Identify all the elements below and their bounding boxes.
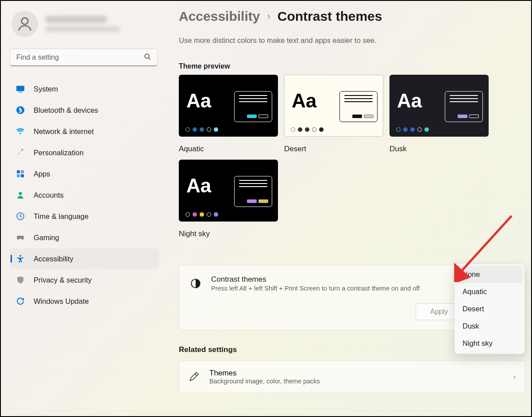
nav-privacy[interactable]: Privacy & security [10, 270, 159, 290]
card-title: Contrast themes [211, 275, 420, 284]
svg-point-0 [22, 18, 28, 24]
chevron-right-icon: › [267, 11, 270, 22]
apps-icon [16, 169, 25, 178]
nav-label: Personalization [34, 149, 84, 157]
search-icon [144, 53, 151, 62]
nav-list: System Bluetooth & devices Network & int… [10, 79, 159, 311]
update-icon [16, 297, 25, 306]
nav-time-language[interactable]: Time & language [10, 206, 159, 226]
card-desc: Press left Alt + left Shift + Print Scre… [211, 285, 420, 292]
person-icon [16, 191, 25, 199]
theme-aquatic[interactable]: Aa Aquatic [179, 75, 278, 153]
theme-dusk[interactable]: Aa Dusk [389, 75, 489, 153]
nav-bluetooth[interactable]: Bluetooth & devices [10, 100, 159, 120]
theme-desert[interactable]: Aa Desert [284, 75, 383, 153]
theme-name: Night sky [179, 230, 278, 238]
dropdown-option-none[interactable]: None [456, 266, 523, 283]
contrast-icon [190, 278, 201, 289]
monitor-icon [16, 84, 25, 93]
nav-windows-update[interactable]: Windows Update [10, 291, 159, 311]
theme-name: Dusk [389, 145, 489, 153]
contrast-theme-dropdown[interactable]: None Aquatic Desert Dusk Night sky [454, 264, 525, 354]
nav-network[interactable]: Network & internet [10, 121, 159, 142]
breadcrumb-parent[interactable]: Accessibility [179, 9, 260, 24]
related-title: Themes [209, 369, 320, 378]
search-input[interactable] [16, 54, 140, 61]
nav-label: Accounts [34, 191, 64, 199]
nav-system[interactable]: System [10, 79, 159, 99]
svg-rect-7 [21, 170, 24, 173]
nav-accounts[interactable]: Accounts [10, 185, 159, 205]
svg-rect-9 [21, 174, 24, 177]
search-box[interactable] [10, 49, 158, 66]
gamepad-icon [16, 233, 25, 242]
nav-label: Accessibility [34, 255, 73, 263]
svg-point-10 [19, 192, 22, 195]
pen-icon [188, 371, 200, 383]
related-desc: Background image, color, theme packs [209, 378, 320, 385]
page-title: Contrast themes [278, 9, 382, 24]
related-themes-link[interactable]: Themes Background image, color, theme pa… [179, 360, 525, 393]
theme-name: Desert [284, 145, 383, 153]
breadcrumb: Accessibility › Contrast themes [179, 9, 525, 24]
svg-rect-3 [19, 92, 22, 93]
wifi-icon [16, 127, 25, 136]
accessibility-icon [16, 254, 25, 263]
svg-point-12 [19, 255, 21, 257]
theme-night-sky[interactable]: Aa Night sky [179, 160, 278, 238]
svg-rect-8 [17, 174, 20, 177]
nav-label: Time & language [34, 212, 89, 221]
nav-label: Bluetooth & devices [34, 106, 98, 115]
nav-label: Windows Update [34, 297, 89, 306]
nav-label: Network & internet [34, 127, 94, 136]
user-profile[interactable] [12, 11, 159, 37]
theme-preview-grid: Aa Aquatic Aa [179, 75, 525, 238]
nav-personalization[interactable]: Personalization [10, 142, 159, 163]
bluetooth-icon [16, 106, 25, 115]
nav-accessibility[interactable]: Accessibility [10, 249, 159, 269]
page-subtitle: Use more distinct colors to make text an… [179, 36, 525, 45]
nav-label: Privacy & security [34, 276, 92, 284]
clock-globe-icon [16, 212, 25, 221]
nav-gaming[interactable]: Gaming [10, 227, 159, 248]
dropdown-option-desert[interactable]: Desert [456, 300, 523, 318]
shield-icon [16, 275, 25, 284]
svg-rect-6 [17, 170, 20, 173]
svg-point-1 [145, 54, 149, 58]
dropdown-option-aquatic[interactable]: Aquatic [456, 283, 523, 300]
nav-label: Apps [34, 170, 50, 178]
dropdown-option-night-sky[interactable]: Night sky [456, 335, 523, 352]
nav-apps[interactable]: Apps [10, 164, 159, 184]
nav-label: System [34, 85, 58, 93]
nav-label: Gaming [34, 233, 59, 242]
paintbrush-icon [16, 148, 25, 157]
chevron-right-icon: › [513, 373, 516, 381]
profile-name-blurred [45, 16, 107, 23]
profile-email-blurred [45, 27, 120, 32]
svg-rect-2 [16, 86, 24, 91]
theme-name: Aquatic [179, 145, 278, 153]
dropdown-option-dusk[interactable]: Dusk [456, 318, 523, 335]
avatar [12, 11, 38, 37]
theme-preview-heading: Theme preview [179, 62, 525, 70]
